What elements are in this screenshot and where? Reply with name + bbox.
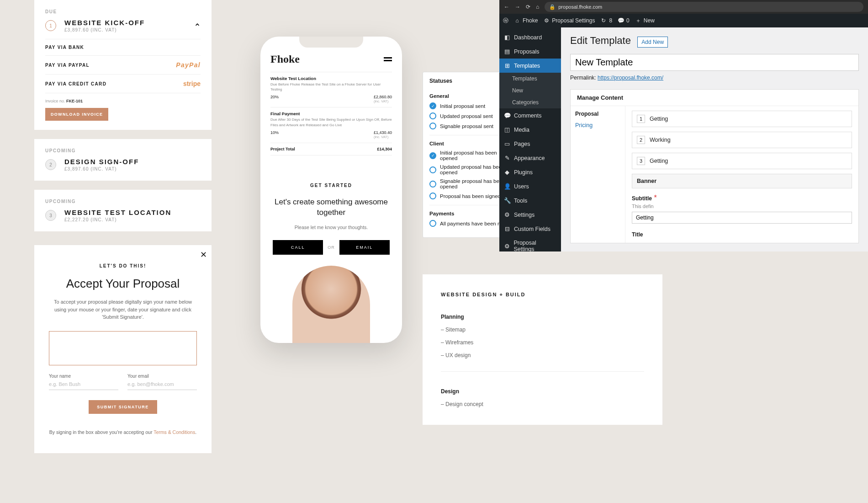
- menu-comments[interactable]: 💬Comments: [499, 108, 561, 123]
- menu-custom-fields[interactable]: ⊟Custom Fields: [499, 222, 561, 236]
- comments-badge[interactable]: 💬0: [618, 17, 630, 24]
- menu-users[interactable]: 👤Users: [499, 179, 561, 193]
- subtitle-input[interactable]: [632, 212, 852, 224]
- permalink-link[interactable]: https://proposal.fhoke.com/: [598, 75, 663, 81]
- invoice-title: DESIGN SIGN-OFF: [64, 158, 139, 166]
- submenu-categories[interactable]: Categories: [499, 96, 561, 108]
- hamburger-icon[interactable]: [384, 56, 392, 63]
- status-checkbox[interactable]: [429, 152, 436, 159]
- step-item[interactable]: 1Getting: [632, 111, 852, 127]
- invoice-number-badge: 3: [45, 210, 56, 221]
- stripe-logo-icon: stripe: [183, 80, 201, 87]
- or-separator: OR: [328, 245, 335, 250]
- menu-templates[interactable]: ⊞Templates: [499, 59, 561, 73]
- email-button[interactable]: EMAIL: [339, 240, 390, 255]
- menu-media[interactable]: ◫Media: [499, 123, 561, 137]
- get-started-section: GET STARTED Let's create something aweso…: [270, 183, 392, 343]
- signature-box[interactable]: [49, 331, 197, 365]
- portrait-photo: [270, 266, 392, 343]
- payment-section-1: Website Test Location Due Before Fhoke R…: [270, 72, 392, 107]
- address-bar[interactable]: 🔒 proposal.fhoke.com: [545, 2, 863, 12]
- invoice-subtitle: £3,897.60 (INC. VAT): [64, 27, 145, 32]
- download-invoice-button[interactable]: DOWNLOAD INVOICE: [45, 108, 108, 121]
- status-checkbox[interactable]: [429, 220, 436, 227]
- due-label: DUE: [45, 9, 201, 14]
- pay-via-bank[interactable]: PAY VIA BANK: [45, 39, 201, 56]
- step-item[interactable]: 2Working: [632, 132, 852, 148]
- site-link[interactable]: ⌂Fhoke: [514, 17, 538, 24]
- terms-link[interactable]: Terms & Conditions: [153, 429, 195, 435]
- menu-plugins[interactable]: ◆Plugins: [499, 165, 561, 179]
- submenu-templates[interactable]: Templates: [499, 73, 561, 85]
- status-checkbox[interactable]: [429, 123, 436, 129]
- accept-proposal-modal: ✕ LET'S DO THIS! Accept Your Proposal To…: [34, 245, 212, 453]
- wp-admin-bar: ⓦ ⌂Fhoke ⚙Proposal Settings ↻8 💬0 ＋New: [499, 14, 868, 27]
- template-title-input[interactable]: [570, 54, 859, 71]
- proposal-side-heading: Proposal: [575, 111, 620, 117]
- menu-tools[interactable]: 🔧Tools: [499, 193, 561, 208]
- design-heading: Design: [441, 388, 644, 395]
- status-checkbox[interactable]: [429, 193, 436, 199]
- gs-subtitle: Please let me know your thoughts.: [270, 225, 392, 230]
- wp-sidebar: ◧Dashboard ▤Proposals ⊞Templates Templat…: [499, 27, 561, 252]
- menu-proposal-settings[interactable]: ⚙Proposal Settings: [499, 236, 561, 252]
- status-checkbox[interactable]: [429, 166, 436, 173]
- planning-item: – Wireframes: [441, 339, 644, 346]
- menu-pages[interactable]: ▭Pages: [499, 137, 561, 151]
- status-checkbox[interactable]: [429, 112, 436, 119]
- terms-line: By signing in the box above you're accep…: [49, 429, 197, 435]
- name-label: Your name: [49, 374, 118, 379]
- wdb-eyebrow: WEBSITE DESIGN + BUILD: [441, 292, 644, 297]
- invoice-number-badge: 1: [45, 20, 56, 31]
- paypal-logo-icon: PayPal: [176, 61, 201, 69]
- proposal-settings-link[interactable]: ⚙Proposal Settings: [543, 17, 595, 24]
- divider: [441, 371, 644, 372]
- wordpress-admin: ← → ⟳ ⌂ 🔒 proposal.fhoke.com ⓦ ⌂Fhoke ⚙P…: [499, 0, 868, 252]
- home-icon[interactable]: ⌂: [536, 4, 539, 10]
- reload-icon[interactable]: ⟳: [526, 4, 530, 10]
- status-checkbox[interactable]: [429, 102, 436, 109]
- close-icon[interactable]: ✕: [200, 250, 207, 260]
- pricing-link[interactable]: Pricing: [575, 122, 593, 128]
- menu-proposals[interactable]: ▤Proposals: [499, 44, 561, 59]
- phone-mockup: Fhoke Website Test Location Due Before F…: [260, 37, 402, 343]
- fhoke-logo: Fhoke: [270, 53, 300, 65]
- modal-eyebrow: LET'S DO THIS!: [49, 263, 197, 268]
- new-link[interactable]: ＋New: [635, 17, 655, 25]
- updates-badge[interactable]: ↻8: [600, 17, 612, 24]
- page-title: Edit Template: [570, 35, 631, 47]
- invoice-due-card: DUE 1 WEBSITE KICK-OFF £3,897.60 (INC. V…: [34, 0, 212, 130]
- manage-content-panel: Manage Content Proposal Pricing 1Getting…: [570, 89, 859, 243]
- banner-section: Banner: [632, 174, 852, 188]
- wp-logo-icon[interactable]: ⓦ: [503, 17, 508, 25]
- menu-settings[interactable]: ⚙Settings: [499, 208, 561, 222]
- invoice-title: WEBSITE KICK-OFF: [64, 19, 145, 27]
- chevron-up-icon[interactable]: [194, 21, 201, 30]
- menu-dashboard[interactable]: ◧Dashboard: [499, 30, 561, 44]
- pay-via-card[interactable]: PAY VIA CREDIT CARD stripe: [45, 75, 201, 93]
- email-input[interactable]: [127, 379, 197, 390]
- invoice-subtitle: £2,227.20 (INC. VAT): [64, 217, 171, 222]
- invoice-title: WEBSITE TEST LOCATION: [64, 209, 171, 216]
- invoice-upcoming-1-card: UPCOMING 2 DESIGN SIGN-OFF £3,897.60 (IN…: [34, 139, 212, 181]
- step-item[interactable]: 3Getting: [632, 153, 852, 169]
- forward-icon[interactable]: →: [515, 4, 520, 10]
- pay-via-paypal[interactable]: PAY VIA PAYPAL PayPal: [45, 56, 201, 75]
- submit-signature-button[interactable]: SUBMIT SIGNATURE: [89, 400, 157, 414]
- submenu-new[interactable]: New: [499, 85, 561, 96]
- back-icon[interactable]: ←: [504, 4, 509, 10]
- status-checkbox[interactable]: [429, 181, 436, 187]
- browser-chrome: ← → ⟳ ⌂ 🔒 proposal.fhoke.com: [499, 0, 868, 14]
- statuses-title: Statuses: [429, 78, 452, 84]
- lock-icon: 🔒: [549, 4, 556, 10]
- permalink: Permalink: https://proposal.fhoke.com/: [570, 75, 859, 81]
- email-label: Your email: [127, 374, 197, 379]
- payment-section-2: Final Payment Due After 30 Days of the T…: [270, 107, 392, 142]
- subtitle-field-label: Subtitle: [632, 195, 652, 202]
- modal-title: Accept Your Proposal: [49, 277, 197, 291]
- name-input[interactable]: [49, 379, 118, 390]
- menu-appearance[interactable]: ✎Appearance: [499, 151, 561, 165]
- call-button[interactable]: CALL: [273, 240, 323, 255]
- add-new-button[interactable]: Add New: [637, 37, 668, 48]
- planning-item: – Sitemap: [441, 326, 644, 333]
